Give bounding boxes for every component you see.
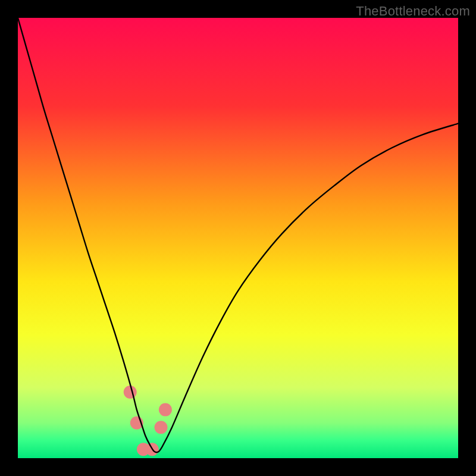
marker-left-a — [124, 386, 137, 399]
watermark-text: TheBottleneck.com — [356, 4, 470, 19]
bottleneck-curve — [18, 18, 458, 452]
marker-right-a — [155, 421, 168, 434]
curve-layer — [18, 18, 458, 458]
chart-frame: TheBottleneck.com — [0, 0, 476, 476]
marker-right-b — [159, 403, 172, 416]
plot-area — [18, 18, 458, 458]
